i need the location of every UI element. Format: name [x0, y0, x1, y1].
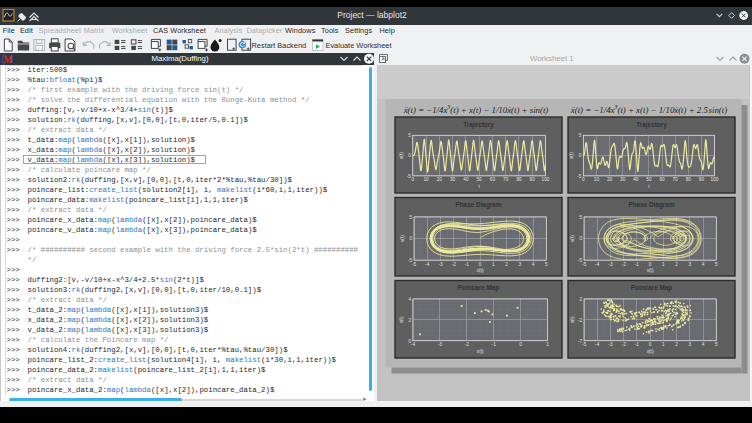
svg-text:-7: -7 — [578, 339, 583, 344]
svg-text:5: 5 — [408, 133, 411, 138]
svg-text:30: 30 — [620, 177, 626, 182]
svg-text:-3: -3 — [438, 262, 443, 267]
svg-text:x(t): x(t) — [477, 268, 484, 273]
svg-text:-1: -1 — [635, 342, 640, 347]
svg-text:5: 5 — [579, 133, 582, 138]
svg-text:2: 2 — [505, 262, 508, 267]
svg-text:1: 1 — [662, 262, 665, 267]
svg-text:0: 0 — [479, 262, 482, 267]
svg-text:0: 0 — [649, 342, 652, 347]
svg-text:v(t): v(t) — [400, 235, 405, 242]
svg-text:Trajectory: Trajectory — [636, 121, 667, 129]
svg-text:20: 20 — [437, 177, 443, 182]
svg-text:2: 2 — [675, 262, 678, 267]
svg-text:20: 20 — [607, 177, 613, 182]
svg-text:50: 50 — [476, 177, 482, 182]
svg-text:4: 4 — [702, 342, 705, 347]
svg-text:0: 0 — [411, 177, 414, 182]
svg-text:40: 40 — [463, 177, 469, 182]
svg-text:-2: -2 — [622, 262, 627, 267]
svg-text:-5: -5 — [407, 174, 412, 179]
svg-text:-1: -1 — [635, 262, 640, 267]
svg-text:5: 5 — [579, 215, 582, 220]
svg-text:-4: -4 — [425, 262, 430, 267]
svg-text:5: 5 — [715, 262, 718, 267]
svg-text:3: 3 — [518, 262, 521, 267]
svg-text:-2: -2 — [622, 342, 627, 347]
svg-text:x(t): x(t) — [569, 152, 574, 159]
svg-text:x(t): x(t) — [477, 349, 484, 354]
svg-text:100: 100 — [711, 177, 719, 182]
svg-text:-5: -5 — [582, 262, 587, 267]
svg-text:10: 10 — [423, 177, 429, 182]
svg-text:Phase Diagram: Phase Diagram — [455, 201, 501, 209]
svg-text:x(t): x(t) — [399, 152, 404, 159]
svg-text:0: 0 — [408, 153, 411, 158]
svg-text:4: 4 — [702, 262, 705, 267]
svg-text:2: 2 — [408, 318, 411, 323]
svg-text:0: 0 — [409, 236, 412, 241]
svg-text:-5: -5 — [408, 258, 413, 263]
svg-text:3: 3 — [688, 342, 691, 347]
svg-text:-1: -1 — [465, 262, 470, 267]
svg-text:-5: -5 — [582, 342, 587, 347]
svg-text:3: 3 — [688, 262, 691, 267]
svg-text:4: 4 — [408, 297, 411, 302]
svg-text:100: 100 — [542, 177, 550, 182]
svg-text:-4: -4 — [411, 342, 416, 347]
svg-text:50: 50 — [646, 177, 652, 182]
svg-text:Phase Diagram: Phase Diagram — [628, 201, 674, 209]
svg-text:-2: -2 — [452, 262, 457, 267]
svg-text:-4: -4 — [595, 342, 600, 347]
svg-text:-5: -5 — [577, 174, 582, 179]
svg-text:60: 60 — [659, 177, 665, 182]
svg-text:Trajectory: Trajectory — [463, 121, 494, 129]
svg-text:70: 70 — [672, 177, 678, 182]
svg-text:80: 80 — [686, 177, 692, 182]
svg-text:4: 4 — [532, 262, 535, 267]
svg-text:-2: -2 — [465, 342, 470, 347]
svg-text:0: 0 — [408, 339, 411, 344]
svg-text:-3: -3 — [608, 262, 613, 267]
svg-text:-5: -5 — [412, 262, 417, 267]
svg-text:90: 90 — [699, 177, 705, 182]
svg-text:1: 1 — [662, 342, 665, 347]
svg-text:v(t): v(t) — [570, 316, 575, 323]
svg-text:10: 10 — [594, 177, 600, 182]
svg-text:-4: -4 — [595, 262, 600, 267]
svg-text:2: 2 — [579, 297, 582, 302]
svg-text:v(t): v(t) — [399, 316, 404, 323]
svg-text:0: 0 — [519, 342, 522, 347]
svg-text:5: 5 — [545, 262, 548, 267]
svg-text:0: 0 — [649, 262, 652, 267]
svg-text:x(t): x(t) — [647, 268, 654, 273]
svg-text:-3: -3 — [438, 342, 443, 347]
svg-text:-5: -5 — [578, 258, 583, 263]
svg-text:v(t): v(t) — [570, 235, 575, 242]
svg-text:90: 90 — [530, 177, 536, 182]
svg-text:5: 5 — [409, 215, 412, 220]
svg-text:-3: -3 — [608, 342, 613, 347]
svg-text:70: 70 — [503, 177, 509, 182]
svg-text:0: 0 — [579, 236, 582, 241]
svg-text:Poincare Map: Poincare Map — [458, 284, 500, 292]
svg-text:2: 2 — [675, 342, 678, 347]
svg-text:30: 30 — [450, 177, 456, 182]
svg-text:x(t): x(t) — [647, 349, 654, 354]
svg-text:0: 0 — [579, 153, 582, 158]
svg-text:1: 1 — [492, 262, 495, 267]
svg-text:5: 5 — [715, 342, 718, 347]
svg-text:1: 1 — [546, 342, 549, 347]
svg-text:Poincare Map: Poincare Map — [631, 284, 673, 292]
svg-text:40: 40 — [633, 177, 639, 182]
svg-text:-2: -2 — [578, 318, 583, 323]
svg-text:0: 0 — [582, 177, 585, 182]
svg-text:-1: -1 — [492, 342, 497, 347]
svg-text:60: 60 — [490, 177, 496, 182]
svg-text:80: 80 — [516, 177, 522, 182]
